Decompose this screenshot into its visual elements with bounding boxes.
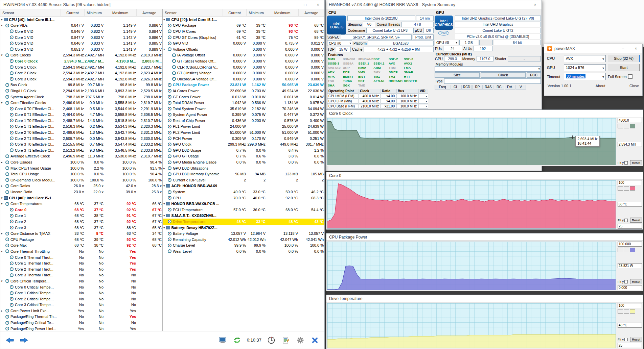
sensor-row[interactable]: Core 3 T0 Effective Cl...2,515.5 MHz0.7 … xyxy=(0,141,162,147)
tree-expand-icon[interactable]: ▾ xyxy=(163,48,165,51)
close-sensors-button[interactable] xyxy=(309,335,321,345)
graph-config-button[interactable] xyxy=(618,309,623,314)
graph-grid-button[interactable] xyxy=(624,248,629,252)
sensor-row[interactable]: Core 168 °C38 °C91 °C67 °C xyxy=(0,213,162,219)
refresh-button[interactable] xyxy=(231,335,243,345)
graph-title[interactable]: Drive Temperature xyxy=(326,295,643,302)
tree-expand-icon[interactable]: ▾ xyxy=(0,279,3,283)
sensor-row[interactable]: GPU D3D Usage0.7 %0.0 %6.4 %1.2 % xyxy=(163,147,324,153)
sensor-row[interactable]: CPU70.0 °C40.0 °C92.0 °C68.3 °C xyxy=(163,195,324,201)
reset-button[interactable]: Reset xyxy=(630,160,642,165)
sensor-row[interactable]: ▸Core Distance to TjMAX33 °C8 °C63 °C34 … xyxy=(0,230,162,236)
sensor-section-header[interactable]: ▾S.M.A.R.T.: KXG60ZNV5... xyxy=(163,213,324,219)
sensor-row[interactable]: Core 368 °C37 °C88 °C65 °C xyxy=(0,225,162,231)
powermax-close-button[interactable]: Close xyxy=(629,84,639,88)
column-header-current[interactable]: Current xyxy=(223,9,247,16)
sensor-row[interactable]: GPU VID0.000 V0.000 V0.735 V0.012 V xyxy=(163,40,324,46)
graph-title[interactable]: Core 0 xyxy=(326,172,643,179)
sensor-row[interactable]: Core 3 Clock2,594.3 MHz2,492.7 MHz4,192.… xyxy=(0,76,162,82)
sensor-row[interactable]: System Agent Clock798.2 MHz797.5 MHz798.… xyxy=(0,94,162,100)
graph-color-button[interactable] xyxy=(630,124,635,128)
sensor-row[interactable]: ▸Core Ratios26.0 x25.0 x42.0 x28.3 x xyxy=(0,183,162,189)
sensor-row[interactable]: Uncore/SA Voltage Of...0.000 V0.000 V0.0… xyxy=(163,76,324,82)
sensor-row[interactable]: Core 1 VID0.847 V0.833 V1.142 V0.886 V xyxy=(0,34,162,41)
sensor-row[interactable]: CLR (CBo/LLC/Ring) V...0.000 V0.000 V0.0… xyxy=(163,64,324,70)
column-header-sensor[interactable]: Sensor xyxy=(163,9,223,16)
graph-grid-button[interactable] xyxy=(624,309,629,314)
tree-expand-icon[interactable]: ▾ xyxy=(163,18,165,21)
fit-y-checkbox[interactable] xyxy=(624,280,628,283)
sensor-section-header[interactable]: ▾HONOR BBR-WAX9-PCB ... xyxy=(163,201,324,207)
sensor-row[interactable]: Core 1 T1 Effective Cl...2,516.3 MHz0.2 … xyxy=(0,124,162,130)
reset-button[interactable]: Reset xyxy=(630,279,642,284)
sensor-row[interactable]: Battery Voltage13.057 V12.964 V13.118 V1… xyxy=(163,230,324,236)
move-value-right-button[interactable] xyxy=(18,335,30,345)
graph-plot-area[interactable] xyxy=(327,242,616,290)
fit-y-checkbox[interactable] xyxy=(624,338,628,341)
sensor-row[interactable]: PL1 Power Limit24.000 W25.000 W24.639 W xyxy=(163,124,324,130)
tree-expand-icon[interactable]: ▾ xyxy=(0,18,3,21)
close-button[interactable]: × xyxy=(529,0,542,9)
close-button[interactable]: × xyxy=(312,0,324,9)
sensor-row[interactable]: ▾Core Clocks2,594.3 MHz2,492.7 MHz4,192.… xyxy=(0,52,162,58)
sensor-row[interactable]: Core 2 Thermal Throt...NoNoYes xyxy=(0,266,162,272)
cpu-select-dropdown[interactable]: CPU #0 xyxy=(327,41,352,46)
sensor-row[interactable]: Max CPU/Thread Usage100.0 %2.2 %100.0 %9… xyxy=(0,165,162,171)
sensor-row[interactable]: Package/Ring Power Limi...YesNoYes xyxy=(0,326,162,331)
sensor-section-header[interactable]: ▾Battery: Desay HB4792Z... xyxy=(163,225,324,231)
graph-plot-area[interactable]: 2,693.4 MHz16:41:44 xyxy=(327,118,616,165)
graph-color-button[interactable] xyxy=(630,309,635,314)
cpu-test-dropdown[interactable]: AVX xyxy=(564,55,606,62)
sensor-row[interactable]: Core 3 VID0.851 V0.833 V1.141 V0.889 V xyxy=(0,46,162,52)
graph-grid-button[interactable] xyxy=(624,124,629,128)
tree-expand-icon[interactable]: ▸ xyxy=(0,160,3,164)
maximize-button[interactable]: □ xyxy=(299,0,312,9)
gpu-start-button[interactable]: Start xyxy=(608,64,640,71)
sensor-row[interactable]: Average Effective Clock2,496.9 MHz11.3 M… xyxy=(0,153,162,159)
sensor-row[interactable]: Core 2 T1 Effective Cl...2,509.7 MHz0.0 … xyxy=(0,135,162,142)
gpu-resolution-dropdown[interactable]: 1024 x 576 xyxy=(564,64,606,71)
sensor-row[interactable]: Core 0 VID0.846 V0.832 V1.149 V0.884 V xyxy=(0,28,162,34)
reset-button[interactable]: Reset xyxy=(630,337,642,342)
tree-expand-icon[interactable]: ▸ xyxy=(0,309,3,313)
system-summary-button[interactable] xyxy=(216,335,229,345)
sensor-row[interactable]: CPU IA Cores69 °C39 °C93 °C68 °C xyxy=(163,28,324,34)
sensor-row[interactable]: GT (Slice) Voltage Off...0.000 V0.000 V0… xyxy=(163,58,324,64)
sensor-row[interactable]: PCH Temperature57.0 °C36.0 °C68.0 °C54.4… xyxy=(163,207,324,213)
sensor-row[interactable]: Core 2 Clock2,594.3 MHz2,492.7 MHz4,192.… xyxy=(0,70,162,76)
sensor-row[interactable]: GPU GT Usage0.7 %0.6 %3.8 %0.8 % xyxy=(163,153,324,159)
sensor-row[interactable]: ▾Core Effective Clocks2,496.9 MHz0.0 MHz… xyxy=(0,100,162,106)
sensor-row[interactable]: Core 2 VID0.846 V0.833 V1.141 V0.885 V xyxy=(0,40,162,46)
sensor-section-header[interactable]: ▾CPU [#0]: Intel Core i5-1... xyxy=(163,17,324,23)
sensor-row[interactable]: ▾Voltage Offsets0.000 V0.000 V0.000 V xyxy=(163,46,324,52)
tree-expand-icon[interactable]: ▾ xyxy=(0,196,3,200)
graph-grid-button[interactable] xyxy=(624,186,629,191)
minimize-button[interactable]: – xyxy=(286,0,299,9)
sensor-row[interactable]: Core 1 Clock2,594.3 MHz2,492.7 MHz4,192.… xyxy=(0,64,162,70)
graph-config-button[interactable] xyxy=(618,124,623,128)
sensor-row[interactable]: Core 3 Critical Tempe...NoNoNo xyxy=(0,302,162,308)
memory-modules-dropdown[interactable] xyxy=(435,66,541,72)
sensor-row[interactable]: Core 1 Thermal Throt...NoNoYes xyxy=(0,260,162,266)
about-button[interactable]: About xyxy=(596,84,605,88)
graph-config-button[interactable] xyxy=(618,186,623,191)
sensor-row[interactable]: GPU D3D Memory Dynamic96 MB94 MB123 MB10… xyxy=(163,171,324,177)
sensor-row[interactable]: Core 1 Critical Tempe...NoNoNo xyxy=(0,290,162,296)
sensor-row[interactable]: Uncore Ratio23.0 x22.0 x39.0 x25.3 x xyxy=(0,189,162,195)
sensor-row[interactable]: ▾Core Critical Tempera...NoNoNo xyxy=(0,278,162,284)
powermax-titlebar[interactable]: powerMAX – × xyxy=(544,44,642,53)
sensor-row[interactable]: ▸GPU D3D Utilizations xyxy=(163,165,324,171)
fit-y-checkbox[interactable] xyxy=(624,161,628,165)
graph-plot-area[interactable] xyxy=(327,180,616,229)
sensor-row[interactable]: ▸Core Usages100.0 %0.0 %100.0 %90.4 % xyxy=(0,159,162,165)
sensor-row[interactable]: IA Cores Power22.690 W0.703 W49.924 W22.… xyxy=(163,88,324,94)
sensor-row[interactable]: Core Max68 °C38 °C92 °C68 °C xyxy=(0,243,162,249)
tree-expand-icon[interactable]: ▸ xyxy=(0,184,3,188)
tree-expand-icon[interactable]: ▾ xyxy=(0,250,3,253)
reset-button[interactable]: Reset xyxy=(630,218,642,223)
sensor-section-header[interactable]: ▾ACPI: HONOR BBR-WAX9 xyxy=(163,183,324,189)
graph-color-button[interactable] xyxy=(630,186,635,191)
tree-expand-icon[interactable]: ▾ xyxy=(163,184,165,188)
sensor-row[interactable]: Core 0 Critical Tempe...NoNoNo xyxy=(0,284,162,290)
move-value-left-button[interactable] xyxy=(4,335,16,345)
